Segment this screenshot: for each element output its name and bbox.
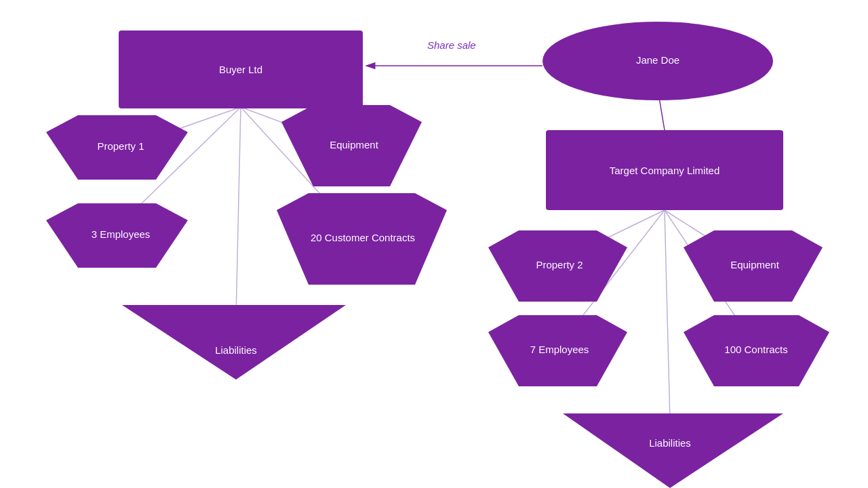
employees-right-node xyxy=(488,315,627,386)
svg-line-9 xyxy=(665,210,670,420)
property1-node xyxy=(46,115,188,180)
share-sale-label: Share sale xyxy=(427,39,476,51)
contracts-right-node xyxy=(684,315,829,386)
equipment-right-node xyxy=(684,230,823,302)
jane-doe-node xyxy=(542,22,773,100)
svg-line-4 xyxy=(236,107,241,319)
employees-left-node xyxy=(46,203,188,268)
liabilities-left-node xyxy=(122,305,346,380)
property2-node xyxy=(488,230,627,302)
liabilities-right-node xyxy=(563,413,783,488)
target-company-node xyxy=(546,130,783,210)
contracts-left-node xyxy=(277,193,447,285)
buyer-ltd-node xyxy=(119,30,363,108)
